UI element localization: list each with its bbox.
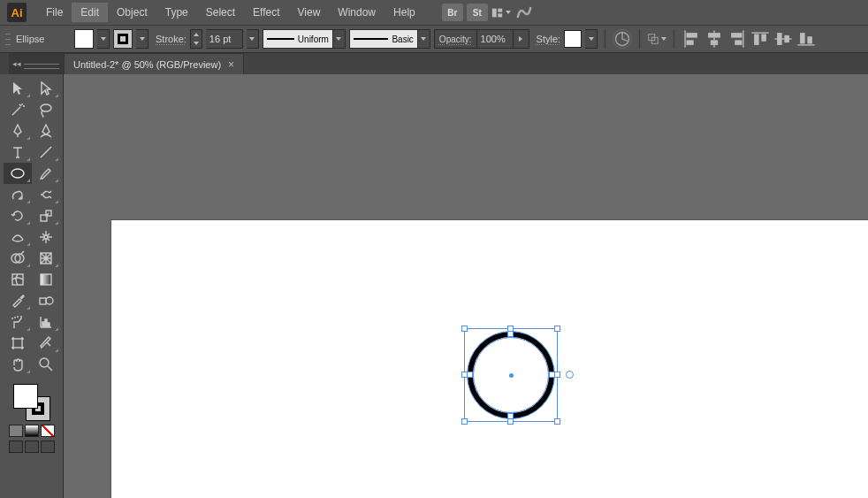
direct-selection-tool[interactable] [32,78,60,99]
slice-tool[interactable] [32,333,60,354]
toolbar-collapse-button[interactable]: ◂◂ [9,53,64,74]
bbox-handle-e[interactable] [554,372,560,378]
eraser-tool[interactable] [32,184,60,205]
align-right-button[interactable] [727,29,747,49]
color-mode-normal[interactable] [9,425,23,437]
color-mode-none[interactable] [41,425,55,437]
draw-behind-button[interactable] [25,441,39,453]
free-transform-tool[interactable] [32,226,60,248]
variable-width-profile-dropdown[interactable]: Uniform [263,29,346,49]
scale-tool[interactable] [32,205,60,226]
align-vcenter-button[interactable] [773,29,793,49]
stroke-label[interactable]: Stroke: [156,34,187,44]
stroke-weight-stepper[interactable] [190,29,202,49]
bbox-handle-s[interactable] [507,418,514,425]
graphic-style-swatch[interactable] [564,30,582,48]
canvas-area[interactable] [64,74,868,498]
shape-builder-tool[interactable] [4,248,32,269]
stroke-swatch[interactable] [113,29,133,49]
draw-normal-button[interactable] [9,441,23,453]
menu-select[interactable]: Select [197,3,244,22]
paintbrush-tool[interactable] [32,163,60,184]
svg-rect-20 [784,35,789,42]
pen-tool[interactable] [4,120,32,142]
fill-stroke-control[interactable] [13,384,50,421]
menu-help[interactable]: Help [385,3,424,22]
bridge-button[interactable]: Br [442,4,463,21]
zoom-tool[interactable] [32,354,60,375]
svg-rect-8 [687,40,694,45]
menu-object[interactable]: Object [108,3,156,22]
align-hcenter-button[interactable] [704,29,724,49]
hand-tool[interactable] [4,354,32,375]
draw-inside-button[interactable] [41,441,55,453]
anchor-n[interactable] [507,331,514,337]
anchor-w[interactable] [467,372,473,378]
opacity-dropdown[interactable] [513,30,529,48]
align-top-button[interactable] [750,29,770,49]
pie-angle-handle[interactable] [566,371,574,379]
magic-wand-tool[interactable] [4,99,32,120]
control-bar-grip[interactable] [5,31,11,47]
style-label[interactable]: Style: [537,34,561,44]
bbox-handle-sw[interactable] [461,418,468,425]
opacity-control[interactable]: Opacity: 100% [434,29,529,49]
menu-type[interactable]: Type [156,3,197,22]
menu-effect[interactable]: Effect [244,3,288,22]
perspective-grid-tool[interactable] [32,248,60,269]
width-tool[interactable] [4,226,32,248]
svg-rect-38 [45,319,47,326]
separator [674,29,674,49]
fill-swatch[interactable] [74,29,94,49]
bbox-handle-se[interactable] [554,418,560,425]
opacity-label[interactable]: Opacity: [435,30,477,48]
curvature-tool[interactable] [32,120,60,142]
menu-file[interactable]: File [37,3,72,22]
svg-rect-19 [777,33,782,45]
stroke-dropdown[interactable] [136,29,148,49]
gradient-tool[interactable] [32,269,60,290]
artboard-tool[interactable] [4,333,32,354]
selection-tool[interactable] [4,78,32,99]
stroke-weight-dropdown[interactable] [247,29,259,49]
column-graph-tool[interactable] [32,311,60,333]
svg-rect-11 [711,40,718,45]
bbox-handle-nw[interactable] [461,326,468,332]
svg-rect-35 [40,298,46,304]
align-left-button[interactable] [681,29,701,49]
symbol-sprayer-tool[interactable] [4,311,32,333]
menu-view[interactable]: View [289,3,330,22]
gpu-preview-icon[interactable] [514,4,534,21]
svg-rect-34 [41,274,51,285]
align-bottom-button[interactable] [796,29,816,49]
close-tab-button[interactable]: × [228,58,234,71]
stock-button[interactable]: St [467,4,488,21]
align-panel-button[interactable] [647,29,666,49]
eyedropper-tool[interactable] [4,290,32,311]
color-mode-gradient[interactable] [25,425,39,437]
brush-definition-dropdown[interactable]: Basic [349,29,430,49]
menu-window[interactable]: Window [329,3,385,22]
fill-color-box[interactable] [13,384,38,409]
line-tool[interactable] [32,142,60,163]
opacity-value[interactable]: 100% [477,30,513,48]
rotate-tool[interactable] [4,205,32,226]
document-tab[interactable]: Untitled-2* @ 50% (RGB/Preview) × [64,53,244,74]
bbox-handle-ne[interactable] [554,326,560,332]
menu-edit[interactable]: Edit [72,3,108,22]
screen-mode-buttons [0,441,63,453]
mesh-tool[interactable] [4,269,32,290]
lasso-tool[interactable] [32,99,60,120]
type-tool[interactable] [4,142,32,163]
anchor-s[interactable] [507,413,514,419]
blend-tool[interactable] [32,290,60,311]
arrange-documents-button[interactable] [491,4,511,21]
anchor-e[interactable] [549,372,555,378]
recolor-artwork-button[interactable] [613,29,632,49]
fill-dropdown[interactable] [97,29,110,49]
stroke-weight-field[interactable]: 16 pt [206,29,243,49]
graphic-style-dropdown[interactable] [585,29,598,49]
workspace [0,74,868,498]
ellipse-tool[interactable] [4,163,32,184]
shaper-tool[interactable] [4,184,32,205]
